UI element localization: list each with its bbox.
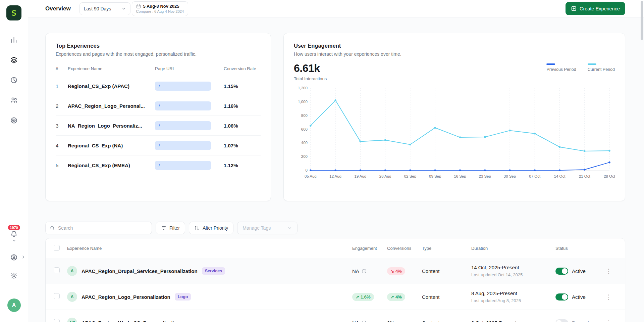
user-engagement-card: User Engagement How users interact with … [283,33,625,201]
table-row[interactable]: 5 Regional_CS_Exp (EMEA) / 1.12% [56,155,261,175]
status-label: Paused [572,320,589,322]
column-experience-name: Experience Name [67,246,352,251]
top-experiences-header: # Experience Name Page URL Conversion Ra… [56,66,261,76]
svg-text:30 Sep: 30 Sep [504,174,516,178]
svg-text:1,200: 1,200 [298,86,308,90]
row-checkbox[interactable] [54,319,60,322]
manage-tags-select[interactable]: Manage Tags [237,222,298,234]
experience-name: APAC_Region_Drupal_Services_Personalizat… [82,268,198,274]
page-url-pill: / [155,101,211,110]
svg-text:05 Aug: 05 Aug [305,174,317,178]
column-duration: Duration [471,246,555,251]
help-button[interactable] [10,254,18,261]
search-input[interactable] [58,225,148,231]
create-experience-label: Create Experience [580,6,620,11]
sidebar-item-analytics[interactable] [10,36,18,44]
sidebar-item-experiences[interactable] [10,56,18,64]
legend-item-current: Current Period [588,63,615,72]
calendar-icon [136,4,141,9]
svg-text:1,000: 1,000 [298,100,308,104]
content: Top Experiences Experiences and pages wi… [28,17,644,322]
type-value: Content [422,294,471,300]
svg-text:400: 400 [301,141,308,145]
search-icon [50,225,55,231]
select-all-checkbox[interactable] [54,245,60,251]
row-menu-button[interactable]: ⋮ [601,294,617,300]
scrollbar[interactable] [641,1,643,40]
alter-priority-button[interactable]: Alter Priority [189,222,233,234]
engagement-line-chart: 05 Aug12 Aug19 Aug26 Aug02 Sep09 Sep16 S… [294,84,615,182]
experience-name: APAC_Region_Work_CS_Personalization [82,320,180,322]
svg-text:600: 600 [301,127,308,131]
row-checkbox[interactable] [54,267,60,273]
status-toggle[interactable] [555,319,568,322]
app-logo[interactable] [6,5,21,20]
experience-name: Regional_CS_Exp (APAC) [68,83,155,89]
date-range-value: 5 Aug-3 Nov 2025 [143,4,179,9]
chart-legend: Previous Period Current Period [546,63,615,72]
table-row[interactable]: A APAC_Region_Drupal_Services_Personaliz… [46,258,625,284]
plus-square-icon [571,6,577,11]
engagement-value: NA [352,268,359,274]
status-toggle[interactable] [555,293,568,301]
experience-name: APAC_Region_Logo_Personal... [68,103,155,109]
sidebar-bottom: 1970 [7,230,21,312]
target-icon [10,117,18,124]
top-experiences-subtitle: Experiences and pages with the most enga… [56,51,261,57]
table-row[interactable]: 1 Regional_CS_Exp (APAC) / 1.15% [56,76,261,96]
rank: 5 [56,163,68,168]
conversions-badge: ↘4% [387,267,405,275]
conversion-rate: 1.15% [224,83,261,89]
sidebar-nav [10,36,18,124]
info-icon[interactable] [362,269,367,274]
sidebar-item-audiences[interactable] [10,96,18,104]
row-menu-button[interactable]: ⋮ [601,320,617,322]
svg-text:02 Sep: 02 Sep [404,174,416,178]
column-conversion-rate: Conversion Rate [224,66,261,71]
table-row[interactable]: A APAC_Region_Logo_Personalization Logo … [46,284,625,310]
tag-badge: Logo [175,293,191,301]
column-engagement: Engagement [352,246,387,251]
chevron-right-icon[interactable] [21,255,25,259]
sidebar-item-reports[interactable] [10,76,18,84]
svg-text:07 Oct: 07 Oct [529,174,541,178]
top-experiences-card: Top Experiences Experiences and pages wi… [45,33,271,201]
svg-text:26 Aug: 26 Aug [379,174,391,178]
search-box[interactable] [45,222,152,234]
sidebar-item-goals[interactable] [10,117,18,124]
svg-text:14 Oct: 14 Oct [554,174,566,178]
chevron-down-icon [12,239,16,243]
table-row[interactable]: 2 APAC_Region_Logo_Personal... / 1.16% [56,96,261,116]
date-range-preset-select[interactable]: Last 90 Days [79,2,130,15]
create-experience-button[interactable]: Create Experience [566,2,625,15]
row-menu-button[interactable]: ⋮ [601,268,617,274]
date-range-preset-label: Last 90 Days [84,6,111,11]
compare-range-value: Compare : 6 Aug-4 Nov 2024 [136,9,184,13]
experience-name: APAC_Region_Logo_Personalization [82,294,170,300]
avatar: A [67,266,77,276]
user-engagement-subtitle: How users interact with your experiences… [294,51,615,57]
table-row[interactable]: 3 NA_Region_Logo_Personaliz... / 1.06% [56,116,261,136]
row-checkbox[interactable] [54,293,60,299]
chevron-down-icon [121,6,126,11]
engagement-value: NA [352,320,359,322]
svg-text:0: 0 [306,168,308,172]
conversions-badge: ↗4% [387,293,405,301]
svg-text:12 Aug: 12 Aug [329,174,341,178]
date-range-picker[interactable]: 5 Aug-3 Nov 2025 Compare : 6 Aug-4 Nov 2… [132,1,188,16]
user-avatar[interactable]: A [7,298,21,312]
status-label: Active [572,294,586,300]
status-toggle[interactable] [555,268,568,275]
avatar: A [67,292,77,302]
table-row[interactable]: 4 Regional_CS_Exp (NA) / 1.07% [56,136,261,155]
conversions-value: 4% [395,269,402,274]
info-icon[interactable] [362,320,367,322]
column-type: Type [422,246,471,251]
notifications-button[interactable]: 1970 [10,230,18,243]
settings-button[interactable] [10,272,18,280]
table-row[interactable]: AC APAC_Region_Work_CS_Personalization N… [46,310,625,322]
conversion-rate: 1.07% [224,143,261,148]
status-label: Active [572,268,586,274]
filter-icon [161,225,166,231]
filter-button[interactable]: Filter [156,222,185,234]
